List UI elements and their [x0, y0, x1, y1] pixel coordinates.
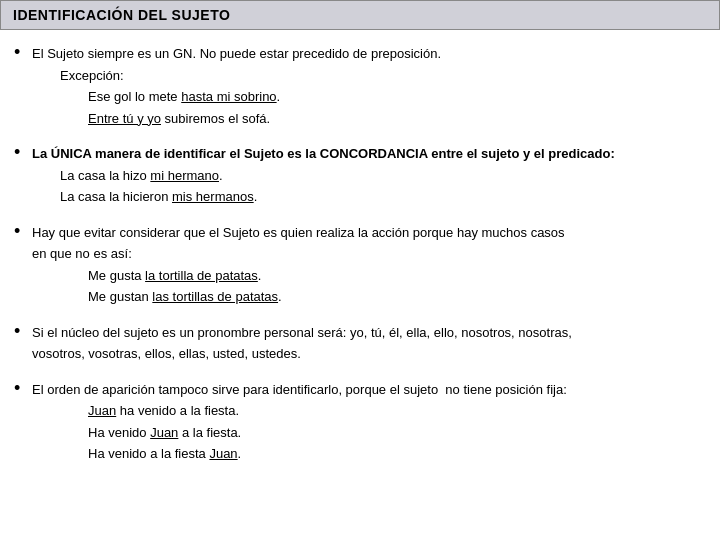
- bullet5-example2: Ha venido Juan a la fiesta.: [32, 423, 706, 443]
- bullet1-line1: El Sujeto siempre es un GN. No puede est…: [32, 44, 706, 64]
- bullet-icon-3: •: [14, 221, 32, 243]
- bullet3-line1: Hay que evitar considerar que el Sujeto …: [32, 223, 706, 243]
- bullet5-line1: El orden de aparición tampoco sirve para…: [32, 380, 706, 400]
- bullet5-example1: Juan ha venido a la fiesta.: [32, 401, 706, 421]
- bullet-section-1: • El Sujeto siempre es un GN. No puede e…: [14, 44, 706, 130]
- bullet5-example3: Ha venido a la fiesta Juan.: [32, 444, 706, 464]
- bullet1-excepcion: Excepción:: [32, 66, 706, 86]
- bullet-content-4: Si el núcleo del sujeto es un pronombre …: [32, 323, 706, 366]
- bullet-section-2: • La ÚNICA manera de identificar el Suje…: [14, 144, 706, 209]
- bullet4-line1: Si el núcleo del sujeto es un pronombre …: [32, 323, 706, 343]
- bullet3-line2: en que no es así:: [32, 244, 706, 264]
- bullet1-example2: Entre tú y yo subiremos el sofá.: [32, 109, 706, 129]
- bullet-content-1: El Sujeto siempre es un GN. No puede est…: [32, 44, 706, 130]
- bullet-section-4: • Si el núcleo del sujeto es un pronombr…: [14, 323, 706, 366]
- bullet2-bold: La ÚNICA manera de identificar el Sujeto…: [32, 144, 706, 164]
- bullet2-example1: La casa la hizo mi hermano.: [32, 166, 706, 186]
- bullet-content-2: La ÚNICA manera de identificar el Sujeto…: [32, 144, 706, 209]
- bullet-section-5: • El orden de aparición tampoco sirve pa…: [14, 380, 706, 466]
- header: IDENTIFICACIÓN DEL SUJETO: [0, 0, 720, 30]
- bullet-icon-5: •: [14, 378, 32, 400]
- page: IDENTIFICACIÓN DEL SUJETO • El Sujeto si…: [0, 0, 720, 540]
- bullet-icon-1: •: [14, 42, 32, 64]
- content: • El Sujeto siempre es un GN. No puede e…: [0, 40, 720, 490]
- bullet-content-3: Hay que evitar considerar que el Sujeto …: [32, 223, 706, 309]
- bullet-content-5: El orden de aparición tampoco sirve para…: [32, 380, 706, 466]
- bullet1-example1: Ese gol lo mete hasta mi sobrino.: [32, 87, 706, 107]
- bullet-icon-4: •: [14, 321, 32, 343]
- bullet2-example2: La casa la hicieron mis hermanos.: [32, 187, 706, 207]
- page-title: IDENTIFICACIÓN DEL SUJETO: [13, 7, 707, 23]
- bullet3-example1: Me gusta la tortilla de patatas.: [32, 266, 706, 286]
- bullet-icon-2: •: [14, 142, 32, 164]
- bullet3-example2: Me gustan las tortillas de patatas.: [32, 287, 706, 307]
- bullet-section-3: • Hay que evitar considerar que el Sujet…: [14, 223, 706, 309]
- bullet4-line2: vosotros, vosotras, ellos, ellas, usted,…: [32, 344, 706, 364]
